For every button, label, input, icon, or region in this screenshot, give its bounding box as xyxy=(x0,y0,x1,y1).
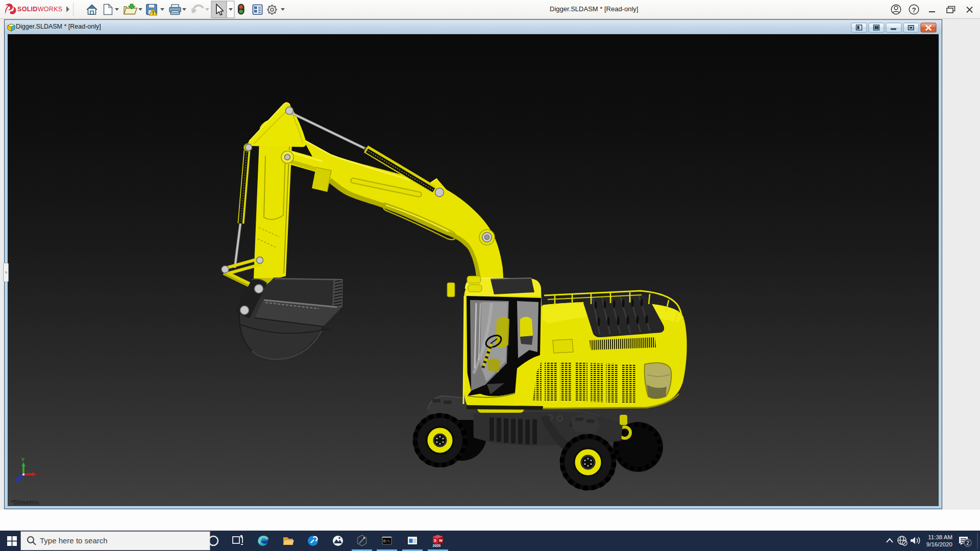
svg-text:W: W xyxy=(439,538,443,543)
svg-text:?: ? xyxy=(912,6,916,14)
svg-text:S: S xyxy=(434,538,436,543)
svg-text:2020: 2020 xyxy=(433,544,441,547)
svg-text:2: 2 xyxy=(966,540,969,546)
svg-text:D:\: D:\ xyxy=(383,539,390,543)
